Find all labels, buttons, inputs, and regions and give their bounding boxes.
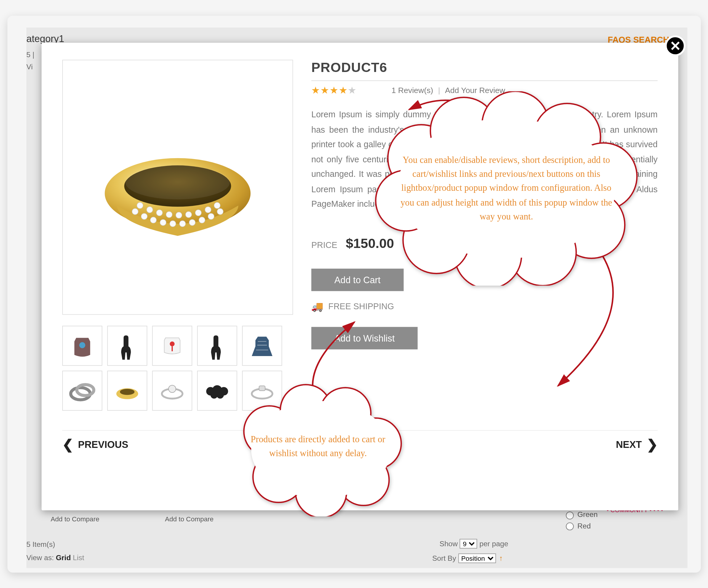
previous-button[interactable]: ❮ PREVIOUS	[62, 437, 128, 452]
svg-point-5	[150, 217, 156, 223]
star-icon: ★	[329, 85, 338, 96]
annotation-cloud-2: Products are directly added to cart or w…	[227, 376, 409, 516]
rating-stars: ★ ★ ★ ★ ★	[311, 85, 356, 96]
svg-point-3	[132, 208, 138, 214]
chevron-right-icon: ❯	[647, 437, 658, 452]
svg-point-9	[189, 219, 195, 225]
sort-by: Sort By Position ↑	[432, 553, 503, 563]
product-title: PRODUCT6	[311, 60, 658, 81]
svg-point-17	[176, 212, 182, 218]
svg-point-4	[141, 213, 147, 219]
thumbnail-3[interactable]	[152, 326, 192, 366]
bg-item-count-bottom: 5 Item(s)	[26, 540, 55, 549]
poll-option-red[interactable]	[566, 522, 574, 530]
svg-point-12	[217, 208, 223, 214]
view-as-toggle: View as: Grid List	[26, 553, 84, 562]
ring-icon	[92, 120, 263, 254]
close-icon[interactable]: ✕	[665, 35, 685, 56]
truck-icon: 🚚	[311, 300, 323, 312]
svg-point-8	[179, 220, 185, 227]
svg-point-13	[137, 202, 143, 209]
show-select[interactable]: 9	[460, 539, 477, 549]
thumbnail-4[interactable]	[197, 326, 237, 366]
next-button[interactable]: NEXT ❯	[616, 437, 658, 452]
star-icon: ★	[338, 85, 347, 96]
star-icon: ★	[348, 85, 356, 96]
star-icon: ★	[320, 85, 329, 96]
thumbnail-2[interactable]	[107, 326, 147, 366]
thumbnail-7[interactable]	[107, 371, 147, 410]
svg-point-7	[170, 220, 176, 227]
add-to-wishlist-button[interactable]: Add to Wishlist	[311, 327, 418, 349]
svg-point-18	[185, 212, 192, 218]
svg-point-15	[156, 210, 163, 216]
thumbnail-8[interactable]	[152, 371, 192, 410]
chevron-left-icon: ❮	[62, 437, 73, 452]
free-shipping-badge: 🚚 FREE SHIPPING	[311, 300, 658, 312]
thumbnail-6[interactable]	[62, 371, 102, 410]
annotation-text-1: You can enable/disable reviews, short de…	[366, 91, 646, 285]
price-label: PRICE	[311, 240, 337, 249]
svg-point-10	[199, 217, 205, 223]
annotation-cloud-1: You can enable/disable reviews, short de…	[366, 91, 646, 285]
thumbnail-1[interactable]	[62, 326, 102, 366]
sort-direction-icon[interactable]: ↑	[499, 554, 502, 562]
svg-point-20	[205, 207, 211, 213]
poll-option-green[interactable]	[566, 511, 574, 519]
thumbnail-5[interactable]	[242, 326, 282, 366]
add-to-compare-2[interactable]: Add to Compare	[165, 515, 213, 523]
svg-point-29	[168, 385, 176, 393]
view-list[interactable]: List	[72, 553, 84, 562]
sort-by-select[interactable]: Position	[458, 553, 496, 563]
view-grid[interactable]: Grid	[56, 553, 71, 562]
svg-point-2	[125, 165, 230, 199]
svg-point-19	[195, 210, 201, 216]
svg-point-11	[208, 213, 214, 219]
bg-view-top: Vi	[26, 62, 33, 71]
svg-point-21	[214, 202, 220, 209]
annotation-text-2: Products are directly added to cart or w…	[227, 376, 409, 516]
svg-point-16	[166, 212, 172, 218]
bg-item-count-top: 5 |	[26, 50, 34, 59]
star-icon: ★	[311, 85, 320, 96]
main-product-image[interactable]	[62, 60, 293, 315]
svg-point-14	[146, 207, 153, 213]
pager-show: Show 9 per page	[440, 539, 508, 549]
svg-point-6	[160, 219, 166, 225]
add-to-compare-1[interactable]: Add to Compare	[51, 515, 99, 523]
